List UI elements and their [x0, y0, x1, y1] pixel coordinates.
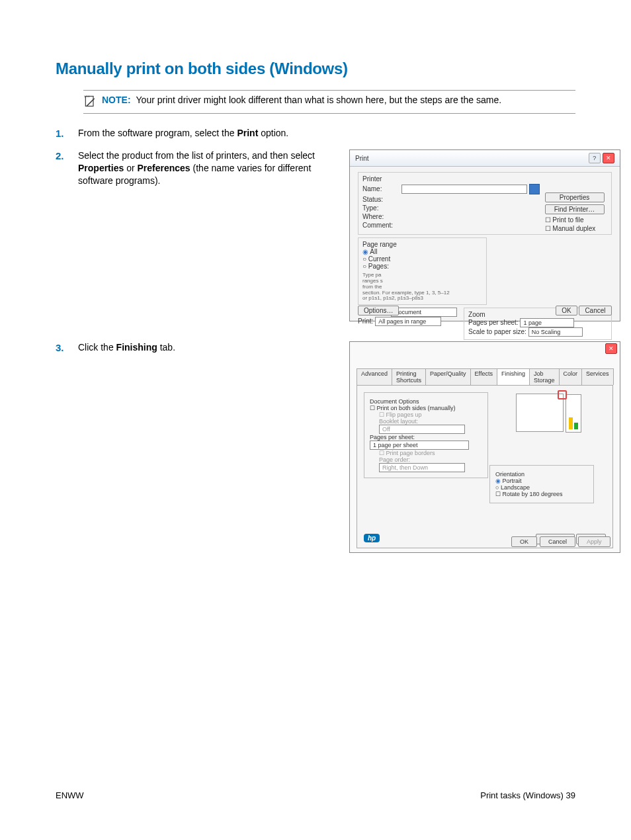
- tab-shortcuts[interactable]: Printing Shortcuts: [392, 368, 426, 385]
- tabs-bar: Advanced Printing Shortcuts Paper/Qualit…: [357, 368, 613, 386]
- step-3: 3. Click the Finishing tab.: [56, 341, 333, 544]
- close-icon[interactable]: ✕: [603, 153, 614, 163]
- dialog-title: Print: [355, 155, 369, 162]
- ok-button[interactable]: OK: [511, 536, 537, 547]
- page-order-label: Page order:: [379, 456, 482, 463]
- landscape-radio[interactable]: Landscape: [495, 484, 588, 491]
- cancel-button[interactable]: Cancel: [540, 536, 575, 547]
- status-label: Status:: [362, 196, 400, 203]
- dropdown-arrow-icon[interactable]: [529, 184, 540, 194]
- rotate-checkbox[interactable]: Rotate by 180 degrees: [495, 491, 588, 497]
- tab-paper[interactable]: Paper/Quality: [425, 368, 471, 385]
- both-sides-checkbox[interactable]: Print on both sides (manually): [370, 405, 482, 411]
- step-body: Select the product from the list of prin…: [78, 149, 333, 187]
- portrait-radio[interactable]: Portrait: [495, 478, 588, 484]
- step-body: From the software program, select the Pr…: [78, 127, 288, 140]
- range-hint: ranges s: [362, 278, 383, 284]
- pages-per-sheet-select[interactable]: 1 page: [520, 318, 574, 327]
- options-button[interactable]: Options…: [358, 306, 399, 315]
- tab-services[interactable]: Services: [581, 368, 614, 385]
- footer-left: ENWW: [56, 790, 84, 800]
- range-hint: from the: [362, 284, 382, 290]
- printer-section-label: Printer: [362, 175, 607, 183]
- step-body: Click the Finishing tab.: [78, 341, 175, 354]
- range-pages-radio[interactable]: Pages:: [362, 263, 482, 270]
- tab-finishing[interactable]: Finishing: [497, 368, 530, 385]
- pages-per-sheet-select[interactable]: 1 page per sheet: [370, 441, 469, 450]
- help-icon[interactable]: ?: [589, 153, 601, 163]
- tab-color[interactable]: Color: [559, 368, 583, 385]
- where-label: Where:: [362, 213, 400, 220]
- range-all-radio[interactable]: All: [362, 248, 482, 255]
- note-text: Your print driver might look different t…: [136, 95, 502, 105]
- orientation-label: Orientation: [495, 471, 588, 478]
- scale-select[interactable]: No Scaling: [528, 327, 583, 337]
- step-number: 2.: [56, 149, 78, 163]
- print-select[interactable]: All pages in range: [375, 317, 441, 326]
- pages-per-sheet-label: Pages per sheet:: [468, 319, 519, 326]
- hp-logo-icon: hp: [364, 534, 380, 542]
- ok-button[interactable]: OK: [556, 306, 577, 315]
- range-hint: Type pa: [362, 272, 381, 278]
- page-order-select[interactable]: Right, then Down: [379, 463, 465, 472]
- scale-label: Scale to paper size:: [468, 328, 526, 335]
- find-printer-button[interactable]: Find Printer…: [545, 204, 605, 214]
- print-borders-checkbox[interactable]: Print page borders: [379, 450, 482, 456]
- note-icon: [83, 95, 97, 108]
- doc-options-label: Document Options: [370, 398, 482, 405]
- print-dialog-screenshot: Print ? ✕ Printer Name: Status: Type: Wh…: [349, 149, 620, 321]
- note-label: NOTE:: [102, 95, 131, 105]
- tab-advanced[interactable]: Advanced: [357, 368, 392, 385]
- print-label: Print:: [358, 317, 373, 325]
- manual-duplex-checkbox[interactable]: Manual duplex: [545, 225, 605, 232]
- step-number: 1.: [56, 127, 78, 140]
- pages-per-sheet-label: Pages per sheet:: [370, 434, 482, 441]
- comment-label: Comment:: [362, 222, 400, 229]
- step-number: 3.: [56, 341, 78, 355]
- booklet-label: Booklet layout:: [379, 418, 482, 425]
- range-hint: or p1s1, p1s2, p1s3–p8s3: [362, 295, 423, 301]
- range-current-radio[interactable]: Current: [362, 255, 482, 263]
- booklet-select[interactable]: Off: [379, 425, 465, 434]
- properties-button[interactable]: Properties: [545, 192, 605, 202]
- page-preview-icon: [516, 394, 564, 432]
- tab-jobstorage[interactable]: Job Storage: [529, 368, 560, 385]
- print-to-file-checkbox[interactable]: Print to file: [545, 216, 605, 224]
- type-label: Type:: [362, 204, 400, 212]
- properties-dialog-screenshot: ✕ Advanced Printing Shortcuts Paper/Qual…: [349, 341, 620, 553]
- apply-button[interactable]: Apply: [578, 536, 610, 547]
- close-icon[interactable]: ✕: [605, 343, 617, 354]
- page-range-label: Page range: [362, 241, 482, 248]
- footer-right: Print tasks (Windows) 39: [480, 790, 575, 800]
- tab-effects[interactable]: Effects: [470, 368, 497, 385]
- step-1: 1. From the software program, select the…: [56, 127, 333, 140]
- printer-select[interactable]: [401, 185, 527, 194]
- cancel-button[interactable]: Cancel: [579, 306, 611, 315]
- note-callout: NOTE: Your print driver might look diffe…: [83, 90, 575, 114]
- step-2: 2. Select the product from the list of p…: [56, 149, 333, 332]
- flip-pages-checkbox[interactable]: Flip pages up: [379, 411, 482, 418]
- name-label: Name:: [362, 185, 400, 192]
- range-hint: section. For example, type 1, 3, 5–12: [362, 290, 450, 296]
- page-title: Manually print on both sides (Windows): [56, 60, 575, 78]
